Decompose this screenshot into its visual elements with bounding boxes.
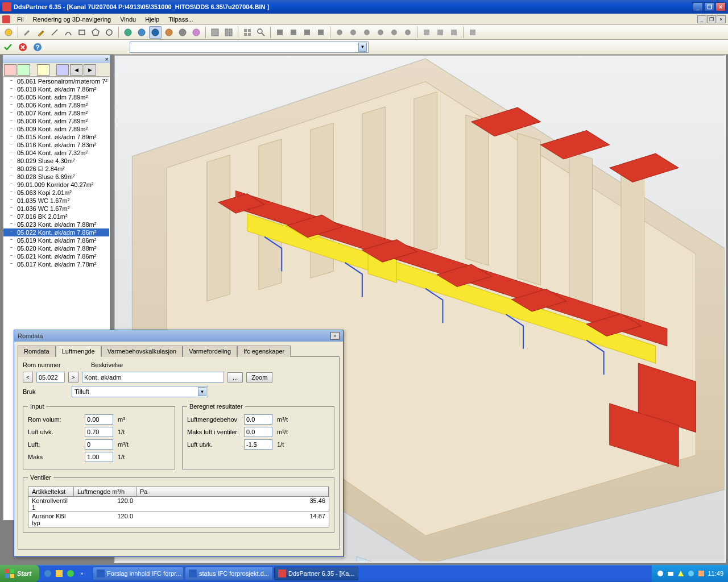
minimize-button[interactable]: _	[693, 2, 703, 11]
tree-item[interactable]: 05.019 Kont. øk/adm 7.86m²	[3, 236, 109, 244]
tool-arc-icon[interactable]	[62, 26, 75, 39]
tree-item[interactable]: 05.063 Kopi 2.01m²	[3, 189, 109, 197]
close-button[interactable]: ×	[715, 2, 726, 11]
tool-ball-icon[interactable]	[2, 26, 15, 39]
tool-line-icon[interactable]	[48, 26, 61, 39]
tree-item[interactable]: 05.016 Kont. øk/adm 7.83m²	[3, 141, 109, 149]
tab-varmefordeling[interactable]: Varmefordeling	[183, 346, 237, 357]
tree-item[interactable]: 05.008 Kont. adm 7.89m²	[3, 117, 109, 125]
rom-volum-input[interactable]	[85, 414, 113, 425]
tree-item[interactable]: 05.017 Kont. øk/adm 7.78m²	[3, 260, 109, 268]
ql-icon-2[interactable]	[54, 568, 64, 579]
clock[interactable]: 11:49	[708, 570, 723, 577]
tool-n-icon[interactable]	[466, 26, 479, 39]
menu-tilpass-[interactable]: Tilpass...	[164, 15, 198, 24]
tab-ifc-egenskaper[interactable]: Ifc egenskaper	[237, 346, 291, 357]
tool-poly-icon[interactable]	[89, 26, 102, 39]
mdi-restore[interactable]: ❐	[707, 15, 716, 23]
browse-button[interactable]: ...	[228, 372, 243, 383]
tool-zoom-icon[interactable]	[255, 26, 267, 39]
tool-sphere2-icon[interactable]: nav	[135, 26, 148, 39]
tool-pencil-icon[interactable]	[35, 26, 47, 39]
romdata-titlebar[interactable]: Romdata ×	[14, 330, 343, 342]
command-combo[interactable]: ▼	[130, 41, 369, 53]
cancel-icon[interactable]	[17, 41, 28, 53]
sp-btn4[interactable]	[56, 64, 69, 76]
tool-d-icon[interactable]	[315, 26, 327, 39]
tray-icon-2[interactable]	[667, 569, 675, 577]
maks-input[interactable]	[85, 452, 113, 462]
tree-item[interactable]: 07.016 BK 2.01m²	[3, 213, 109, 221]
tab-romdata[interactable]: Romdata	[18, 346, 56, 357]
col-pa[interactable]: Pa	[136, 487, 329, 496]
tool-edit-icon[interactable]	[21, 26, 34, 39]
tray-icon-3[interactable]	[677, 569, 685, 577]
tree-item[interactable]: 05.023 Kont. øk/adm 7.88m²	[3, 221, 109, 228]
col-artikkel[interactable]: Artikkeltekst	[28, 487, 74, 496]
tree-item[interactable]: 05.020 Kont. øk/adm 7.88m²	[3, 244, 109, 252]
tree-item[interactable]: 80.029 Sluse 4.30m²	[3, 157, 109, 165]
tree-item[interactable]: 05.022 Kont. øk/adm 7.86m²	[3, 228, 109, 236]
tool-a-icon[interactable]	[274, 26, 286, 39]
mdi-minimize[interactable]: _	[697, 15, 706, 23]
romdata-close-icon[interactable]: ×	[330, 332, 340, 340]
tray-icon-1[interactable]	[656, 569, 664, 577]
tree-item[interactable]: 05.021 Kont. øk/adm 7.86m²	[3, 252, 109, 260]
tool-circle-icon[interactable]	[103, 26, 115, 39]
tray-icon-5[interactable]	[697, 569, 705, 577]
tool-view1-icon[interactable]	[209, 26, 221, 39]
tree-item[interactable]: 05.004 Kont. adm 7.32m²	[3, 149, 109, 157]
sp-nav-left-icon[interactable]: ◀	[70, 64, 82, 76]
prev-room-button[interactable]: <	[23, 372, 33, 383]
ventiler-row[interactable]: Kontrollventil 1120.035.46	[28, 497, 329, 512]
command-input[interactable]	[131, 44, 358, 51]
tray-icon-4[interactable]	[687, 569, 695, 577]
tool-g-icon[interactable]	[361, 26, 373, 39]
system-tray[interactable]: 11:49	[652, 565, 728, 582]
sp-nav-right-icon[interactable]: ▶	[84, 64, 96, 76]
menu-hjelp[interactable]: Hjelp	[140, 15, 164, 24]
menu-vindu[interactable]: Vindu	[115, 15, 140, 24]
tree-item[interactable]: 05.006 Kont. adm 7.89m²	[3, 101, 109, 109]
tool-l-icon[interactable]	[434, 26, 446, 39]
tool-f-icon[interactable]	[347, 26, 359, 39]
menu-fil[interactable]: Fil	[13, 15, 28, 24]
tool-rect-icon[interactable]	[76, 26, 88, 39]
task-button[interactable]: Forslag innhold IFC forpr...	[93, 567, 184, 580]
side-panel-close-icon[interactable]: ×	[105, 56, 109, 63]
tool-sphere6-icon[interactable]	[190, 26, 202, 39]
task-button[interactable]: status IFC forprosjekt.d...	[185, 567, 273, 580]
tool-i-icon[interactable]	[388, 26, 400, 39]
tool-k-icon[interactable]	[420, 26, 433, 39]
tree-item[interactable]: 05.015 Kont. øk/adm 7.89m²	[3, 133, 109, 141]
tool-sphere3-icon[interactable]	[149, 26, 162, 39]
tool-sphere4-icon[interactable]	[163, 26, 175, 39]
tool-sphere5-icon[interactable]	[176, 26, 189, 39]
tool-grid-icon[interactable]	[241, 26, 254, 39]
maximize-button[interactable]: ❐	[704, 2, 714, 11]
mdi-close[interactable]: ×	[717, 15, 726, 23]
help-icon[interactable]: ?	[32, 41, 43, 53]
tool-m-icon[interactable]	[448, 26, 460, 39]
tree-item[interactable]: 01.035 WC 1.67m²	[3, 197, 109, 205]
tab-varmebehovskalkulasjon[interactable]: Varmebehovskalkulasjon	[101, 346, 183, 357]
sp-btn2[interactable]	[18, 64, 30, 76]
menu-rendering-og-d-navigering[interactable]: Rendering og 3D-navigering	[28, 15, 116, 24]
tree-item[interactable]: 80.026 El 2.84m²	[3, 165, 109, 173]
tool-view2-icon[interactable]	[222, 26, 235, 39]
combo-dropdown-icon[interactable]: ▼	[358, 43, 367, 52]
tool-c-icon[interactable]	[301, 26, 313, 39]
tree-item[interactable]: 05.007 Kont. adm 7.89m²	[3, 109, 109, 117]
tree-item[interactable]: 05.005 Kont. adm 7.89m²	[3, 93, 109, 101]
tool-j-icon[interactable]	[402, 26, 414, 39]
task-button[interactable]: DdsPartner 6.35 - [Ka...	[274, 567, 358, 580]
luft-utvk-input[interactable]	[85, 427, 113, 437]
bruk-dropdown-icon[interactable]: ▼	[198, 387, 206, 396]
tool-h-icon[interactable]	[374, 26, 387, 39]
tool-sphere1-icon[interactable]	[122, 26, 134, 39]
tree-item[interactable]: 05.009 Kont. adm 7.89m²	[3, 125, 109, 133]
ql-icon-1[interactable]	[43, 568, 53, 579]
bruk-select[interactable]: Tilluft ▼	[72, 386, 208, 397]
tree-item[interactable]: 05.061 Personalrom/møterom 7²	[3, 77, 109, 85]
ql-chevron-icon[interactable]: »	[77, 568, 87, 579]
